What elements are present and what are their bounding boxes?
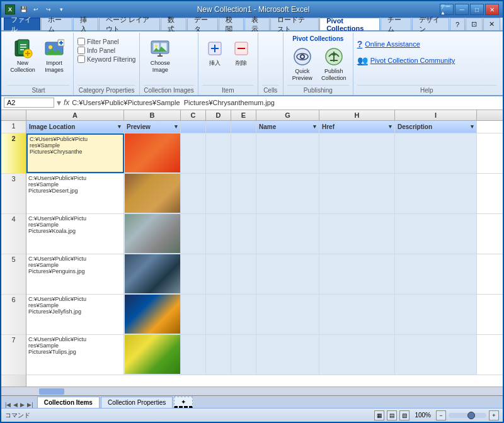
import-images-button[interactable]: ImportImages <box>39 35 69 77</box>
col-header-b[interactable]: B <box>124 110 181 120</box>
cell-a7[interactable]: C:¥Users¥Public¥Pictures¥SamplePictures¥… <box>26 335 124 375</box>
cell-e4[interactable] <box>231 214 256 254</box>
tab-load-test[interactable]: ロードテスト <box>270 18 319 30</box>
info-panel-checkbox[interactable] <box>77 47 85 54</box>
cell-c5[interactable] <box>181 254 206 294</box>
col-header-a[interactable]: A <box>26 110 124 120</box>
cell-b4[interactable] <box>124 214 181 254</box>
cell-g5[interactable] <box>256 254 319 294</box>
cell-h5[interactable] <box>319 254 395 294</box>
normal-view-btn[interactable]: ▦ <box>374 410 384 420</box>
cell-a2[interactable]: C:¥Users¥Public¥Pictures¥SamplePictures¥… <box>26 133 124 173</box>
quick-preview-button[interactable]: QuickPreview <box>287 43 318 85</box>
cell-e3[interactable] <box>231 174 256 213</box>
customize-qa-btn[interactable]: ▾ <box>55 4 67 15</box>
tab-pivot-collections[interactable]: Pivot Collections <box>319 18 380 30</box>
cell-desc6[interactable] <box>395 295 477 334</box>
header-cell-href[interactable]: Href ▾ <box>319 121 395 133</box>
choose-image-button[interactable]: ChooseImage <box>144 35 176 77</box>
sheet-nav-last[interactable]: ▶| <box>26 402 34 408</box>
tab-file[interactable]: ファイル <box>4 18 40 30</box>
redo-qa-btn[interactable]: ↪ <box>43 4 54 15</box>
cell-g3[interactable] <box>256 174 319 213</box>
window-minimize-ribbon[interactable]: ⊡ <box>466 18 483 30</box>
window-help-btn[interactable]: ? <box>450 18 465 30</box>
cell-c7[interactable] <box>181 335 206 375</box>
cell-g2[interactable] <box>256 133 319 173</box>
cell-g4[interactable] <box>256 214 319 254</box>
header-cell-e[interactable] <box>231 121 256 133</box>
sheet-tab-extra[interactable]: ✦ <box>174 397 193 408</box>
delete-button[interactable]: 削除 <box>229 35 254 70</box>
sheet-nav-first[interactable]: |◀ <box>4 402 12 408</box>
filter-panel-item[interactable]: Filter Panel <box>77 38 135 45</box>
cell-b2[interactable] <box>124 133 181 173</box>
row-header-5[interactable]: 5 <box>1 254 26 295</box>
row-header-4[interactable]: 4 <box>1 214 26 254</box>
info-panel-item[interactable]: Info Panel <box>77 47 135 54</box>
cell-c2[interactable] <box>181 133 206 173</box>
formula-input[interactable] <box>72 99 500 106</box>
insert-button[interactable]: 挿入 <box>202 35 227 70</box>
cell-a3[interactable]: C:¥Users¥Public¥Pictures¥SamplePictures¥… <box>26 174 124 213</box>
row-header-3[interactable]: 3 <box>1 174 26 214</box>
tab-page-layout[interactable]: ページ レイアウト <box>99 18 160 30</box>
cell-e6[interactable] <box>231 295 256 334</box>
col-header-d[interactable]: D <box>206 110 231 120</box>
cell-d2[interactable] <box>206 133 231 173</box>
zoom-slider[interactable] <box>449 413 486 418</box>
cell-c4[interactable] <box>181 214 206 254</box>
cell-e5[interactable] <box>231 254 256 294</box>
cell-c6[interactable] <box>181 295 206 334</box>
sheet-tab-collection-items[interactable]: Collection Items <box>37 397 100 408</box>
name-box[interactable] <box>4 98 54 108</box>
window-close-sheet[interactable]: ✕ <box>483 18 500 30</box>
minimize-btn[interactable]: ─ <box>455 4 469 15</box>
row-header-6[interactable]: 6 <box>1 295 26 335</box>
cell-h3[interactable] <box>319 174 395 213</box>
cell-desc2[interactable] <box>395 133 477 173</box>
zoom-in-btn[interactable]: + <box>489 410 499 420</box>
cell-b5[interactable] <box>124 254 181 294</box>
tab-data[interactable]: データ <box>187 18 218 30</box>
col-header-desc[interactable]: I <box>395 110 477 120</box>
publish-button[interactable]: PublishCollection <box>319 43 349 85</box>
cell-d5[interactable] <box>206 254 231 294</box>
row-header-7[interactable]: 7 <box>1 335 26 375</box>
cell-a6[interactable]: C:¥Users¥Public¥Pictures¥SamplePictures¥… <box>26 295 124 334</box>
zoom-out-btn[interactable]: − <box>436 410 446 420</box>
cell-desc3[interactable] <box>395 174 477 213</box>
sheet-nav-next[interactable]: ▶ <box>19 402 26 408</box>
online-assistance-link[interactable]: ? Online Assistance <box>357 38 420 50</box>
new-collection-button[interactable]: NewCollection <box>8 35 38 77</box>
page-break-btn[interactable]: ▧ <box>399 410 410 420</box>
sheet-nav-prev[interactable]: ◀ <box>12 402 19 408</box>
horizontal-scrollbar[interactable] <box>1 386 503 395</box>
tab-insert[interactable]: 挿入 <box>73 18 98 30</box>
save-qa-btn[interactable]: 💾 <box>18 4 29 15</box>
cell-h4[interactable] <box>319 214 395 254</box>
ribbon-toggle-btn[interactable]: テー▲ <box>440 4 454 15</box>
header-cell-image-location[interactable]: Image Location ▾ <box>26 121 124 133</box>
keyword-filtering-checkbox[interactable] <box>77 55 85 63</box>
tab-team[interactable]: チーム <box>381 18 411 30</box>
pivot-community-link[interactable]: 👥 Pivot Collection Community <box>357 54 455 67</box>
cell-g6[interactable] <box>256 295 319 334</box>
header-cell-name[interactable]: Name ▾ <box>256 121 319 133</box>
close-btn[interactable]: ✕ <box>485 4 499 15</box>
cell-d7[interactable] <box>206 335 231 375</box>
undo-qa-btn[interactable]: ↩ <box>30 4 42 15</box>
cell-g7[interactable] <box>256 335 319 375</box>
cell-desc5[interactable] <box>395 254 477 294</box>
cell-e7[interactable] <box>231 335 256 375</box>
tab-view[interactable]: 表示 <box>244 18 270 30</box>
tab-formula[interactable]: 数式 <box>161 18 186 30</box>
cell-d6[interactable] <box>206 295 231 334</box>
row-header-1[interactable]: 1 <box>1 121 26 133</box>
zoom-slider-thumb[interactable] <box>467 412 475 419</box>
scrollbar-thumb[interactable] <box>39 388 64 395</box>
row-header-2[interactable]: 2 <box>1 133 26 174</box>
sheet-tab-collection-properties[interactable]: Collection Properties <box>101 397 173 408</box>
col-header-g[interactable]: G <box>256 110 319 120</box>
col-header-e[interactable]: E <box>231 110 256 120</box>
